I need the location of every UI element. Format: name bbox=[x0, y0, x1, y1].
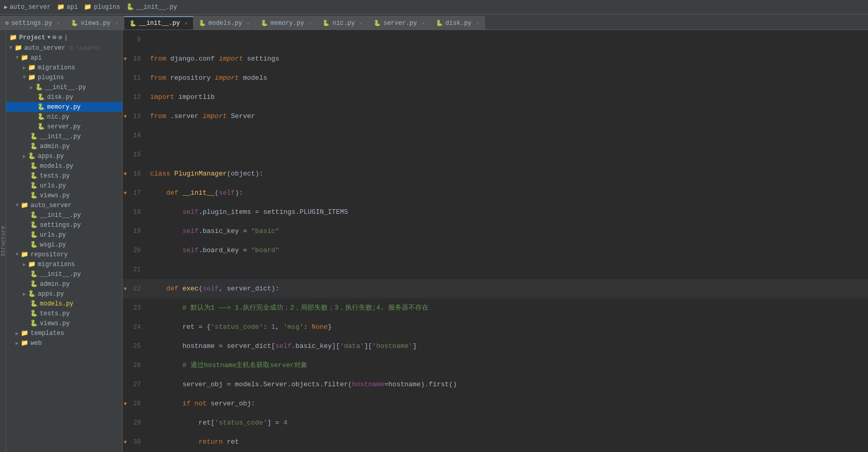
file-icon: 🐍 bbox=[30, 211, 38, 219]
code-line: ▼17 def __init__(self): bbox=[123, 183, 868, 202]
tree-auto-init[interactable]: 🐍 __init__.py bbox=[6, 210, 122, 220]
folder-icon: 📁 bbox=[14, 44, 22, 52]
folder-icon: 📁 bbox=[21, 329, 28, 337]
folder-icon: 📁 bbox=[28, 74, 36, 81]
tree-urls-as[interactable]: 🐍 urls.py bbox=[6, 230, 122, 240]
tree-repository[interactable]: ▼ 📁 repository bbox=[6, 250, 122, 259]
code-line: 12 import importlib bbox=[123, 88, 868, 107]
code-line: 27 server_obj = models.Server.objects.fi… bbox=[123, 375, 868, 395]
code-line: 11 from repository import models bbox=[123, 68, 868, 88]
file-tree: 📁 Project ▼ ⊞ ⚙ | ▼ 📁 auto_server D:\Lea… bbox=[6, 30, 123, 452]
file-icon: 🐍 bbox=[30, 310, 38, 317]
project-icon: 📁 bbox=[9, 34, 17, 41]
tree-web[interactable]: ▶ 📁 web bbox=[6, 338, 122, 348]
arrow-icon: ▶ bbox=[30, 84, 33, 91]
folder-icon: 📁 bbox=[21, 54, 28, 62]
file-icon: 🐍 bbox=[30, 231, 38, 239]
arrow-icon: ▶ bbox=[23, 291, 26, 297]
tree-nic[interactable]: 🐍 nic.py bbox=[6, 112, 122, 122]
code-line: 23 # 默认为1 ——> 1.执行完全成功；2，局部失败；3，执行失败;4. … bbox=[123, 298, 868, 317]
tree-templates[interactable]: ▶ 📁 templates bbox=[6, 328, 122, 338]
code-line: 20 self.board_key = "board" bbox=[123, 241, 868, 260]
tab-close-models[interactable]: ✕ bbox=[247, 20, 250, 26]
tree-apps-api[interactable]: ▶ 🐍 apps.py bbox=[6, 151, 122, 161]
file-icon: 🐍 bbox=[30, 172, 38, 180]
tab-close-memory[interactable]: ✕ bbox=[308, 20, 312, 26]
tree-server[interactable]: 🐍 server.py bbox=[6, 122, 122, 132]
folder-icon: 📁 bbox=[28, 260, 36, 268]
tree-wsgi[interactable]: 🐍 wsgi.py bbox=[6, 240, 122, 250]
tab-views[interactable]: 🐍 views.py ✕ bbox=[66, 16, 124, 30]
tree-migrations-repo[interactable]: ▶ 📁 migrations bbox=[6, 259, 122, 269]
tree-disk[interactable]: 🐍 disk.py bbox=[6, 92, 122, 102]
tree-auto-server[interactable]: ▼ 📁 auto_server bbox=[6, 200, 122, 210]
tree-memory[interactable]: 🐍 memory.py bbox=[6, 102, 122, 112]
tree-models-repo[interactable]: 🐍 models.py bbox=[6, 299, 122, 309]
tab-close-nic[interactable]: ✕ bbox=[360, 20, 363, 26]
code-line: ▼10 from django.conf import settings bbox=[123, 49, 868, 68]
tree-plugins-init[interactable]: ▶ 🐍 __init__.py bbox=[6, 82, 122, 92]
tab-models[interactable]: 🐍 models.py ✕ bbox=[194, 16, 256, 30]
file-icon: 🐍 bbox=[30, 162, 38, 170]
tab-close-disk[interactable]: ✕ bbox=[476, 20, 479, 26]
file-icon: 🐍 bbox=[30, 142, 38, 150]
tree-admin-repo[interactable]: 🐍 admin.py bbox=[6, 279, 122, 289]
tab-init[interactable]: 🐍 __init__.py ✕ bbox=[124, 16, 194, 30]
folder-icon: 📁 bbox=[28, 64, 36, 71]
file-icon: 🐍 bbox=[37, 113, 45, 121]
title-init[interactable]: 🐍 __init__.py bbox=[126, 3, 177, 11]
tree-api-init[interactable]: 🐍 __init__.py bbox=[6, 132, 122, 141]
tab-nic[interactable]: 🐍 nic.py ✕ bbox=[317, 16, 368, 30]
arrow-icon: ▼ bbox=[23, 75, 26, 80]
code-line: 25 hostname = server_dict[self.basic_key… bbox=[123, 337, 868, 356]
code-line: 18 self.plugin_items = settings.PLUGIN_I… bbox=[123, 202, 868, 222]
title-plugins[interactable]: 📁 plugins bbox=[84, 3, 120, 11]
tab-settings[interactable]: ⚙ settings.py ✕ bbox=[0, 16, 66, 30]
file-icon: 🐍 bbox=[30, 192, 38, 199]
tree-views-repo[interactable]: 🐍 views.py bbox=[6, 318, 122, 328]
tab-disk[interactable]: 🐍 disk.py ✕ bbox=[431, 16, 485, 30]
project-header[interactable]: 📁 Project ▼ ⊞ ⚙ | bbox=[6, 32, 122, 43]
tree-urls-api[interactable]: 🐍 urls.py bbox=[6, 181, 122, 191]
code-line: ▼28 if not server_obj: bbox=[123, 395, 868, 414]
folder-icon: 📁 bbox=[21, 251, 28, 258]
file-icon: 🐍 bbox=[30, 319, 38, 327]
file-icon: 🐍 bbox=[37, 93, 45, 101]
tree-views-api[interactable]: 🐍 views.py bbox=[6, 191, 122, 200]
code-editor[interactable]: 9 ▼10 from django.conf import settings 1… bbox=[123, 30, 868, 452]
tree-tests-api[interactable]: 🐍 tests.py bbox=[6, 171, 122, 181]
tab-server[interactable]: 🐍 server.py ✕ bbox=[369, 16, 431, 30]
tree-models-api[interactable]: 🐍 models.py bbox=[6, 161, 122, 171]
folder-icon: 📁 bbox=[21, 339, 28, 347]
tree-plugins[interactable]: ▼ 📁 plugins bbox=[6, 72, 122, 82]
tab-close-server[interactable]: ✕ bbox=[422, 20, 425, 26]
tree-tests-repo[interactable]: 🐍 tests.py bbox=[6, 309, 122, 318]
code-line: 9 bbox=[123, 30, 868, 49]
arrow-icon: ▶ bbox=[23, 65, 26, 71]
tree-migrations-api[interactable]: ▶ 📁 migrations bbox=[6, 63, 122, 72]
tab-close-views[interactable]: ✕ bbox=[115, 20, 118, 26]
arrow-icon: ▶ bbox=[23, 153, 26, 159]
tab-close-init[interactable]: ✕ bbox=[185, 20, 188, 26]
title-auto-server[interactable]: ▶ auto_server bbox=[4, 4, 51, 11]
tree-api[interactable]: ▼ 📁 api bbox=[6, 53, 122, 63]
title-api[interactable]: 📁 api bbox=[57, 3, 78, 11]
file-icon: 🐍 bbox=[30, 270, 38, 278]
code-line: ▼13 from .server import Server bbox=[123, 107, 868, 126]
arrow-icon: ▼ bbox=[16, 252, 19, 257]
tab-memory[interactable]: 🐍 memory.py ✕ bbox=[256, 16, 318, 30]
code-line: ▼30 return ret bbox=[123, 433, 868, 452]
arrow-icon: ▶ bbox=[23, 261, 26, 268]
arrow-icon: ▶ bbox=[16, 330, 19, 337]
tree-settings[interactable]: 🐍 settings.py bbox=[6, 220, 122, 230]
tab-close-settings[interactable]: ✕ bbox=[57, 20, 60, 26]
tree-repo-init[interactable]: 🐍 __init__.py bbox=[6, 269, 122, 279]
file-icon: 🐍 bbox=[28, 152, 36, 160]
arrow-icon: ▼ bbox=[9, 45, 12, 51]
code-line: ▼16 class PluginManager(object): bbox=[123, 164, 868, 183]
tree-apps-repo[interactable]: ▶ 🐍 apps.py bbox=[6, 289, 122, 299]
code-line: ▼22 def exec(self, server_dict): bbox=[123, 279, 868, 298]
structure-panel[interactable]: Structure bbox=[0, 30, 6, 452]
tree-root[interactable]: ▼ 📁 auto_server D:\Learn\ bbox=[6, 43, 122, 53]
tree-admin-api[interactable]: 🐍 admin.py bbox=[6, 141, 122, 151]
